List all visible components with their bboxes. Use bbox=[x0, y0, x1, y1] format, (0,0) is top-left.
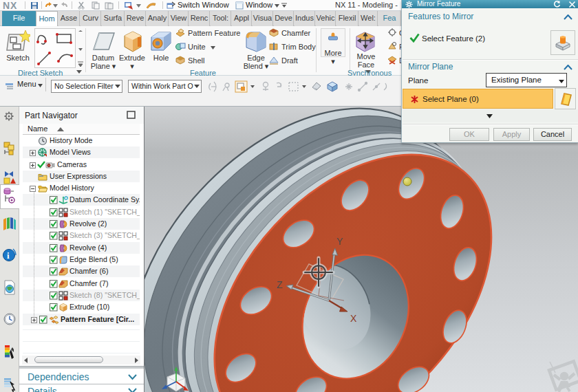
svg-text:Y: Y bbox=[336, 236, 343, 247]
svg-text:X: X bbox=[350, 313, 357, 324]
svg-text:Z: Z bbox=[277, 279, 283, 290]
svg-text:i: i bbox=[7, 250, 10, 261]
